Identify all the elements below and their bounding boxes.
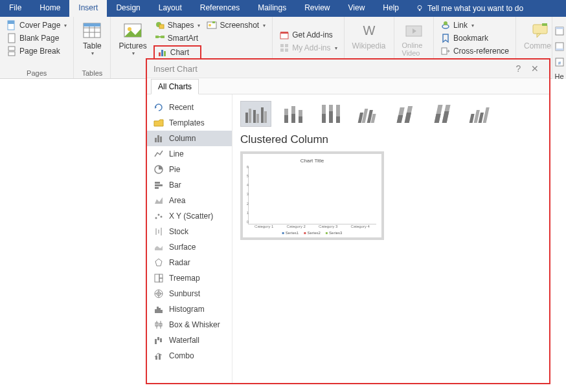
- svg-rect-55: [155, 184, 163, 186]
- cross-reference-button[interactable]: Cross-reference: [439, 45, 510, 57]
- footer-icon[interactable]: [554, 41, 565, 52]
- cat-scatter[interactable]: X Y (Scatter): [147, 208, 232, 224]
- wikipedia-button[interactable]: W Wikipedia: [350, 19, 389, 52]
- svg-rect-96: [299, 116, 302, 123]
- subtype-3d-column[interactable]: [466, 101, 497, 127]
- dialog-title: Insert Chart: [153, 64, 198, 74]
- smartart-icon: [155, 33, 165, 43]
- close-button[interactable]: ✕: [527, 62, 543, 75]
- svg-rect-102: [336, 116, 340, 123]
- svg-rect-108: [397, 115, 403, 123]
- cat-radar[interactable]: Radar: [147, 255, 232, 270]
- online-video-button[interactable]: Online Video: [400, 19, 428, 58]
- tab-mailings[interactable]: Mailings: [249, 0, 295, 17]
- cat-scatter-label: X Y (Scatter): [169, 212, 213, 221]
- svg-rect-86: [249, 109, 251, 123]
- cat-stock-label: Stock: [169, 227, 188, 236]
- smartart-button[interactable]: SmartArt: [153, 32, 202, 44]
- bars-container: [249, 166, 376, 224]
- chart-category-list: Recent Templates Column Line Pie Bar Are…: [147, 94, 232, 383]
- cat-sunburst[interactable]: Sunburst: [147, 286, 232, 301]
- cat-treemap[interactable]: Treemap: [147, 270, 232, 286]
- svg-point-14: [128, 27, 131, 31]
- svg-rect-39: [533, 25, 547, 34]
- svg-rect-67: [159, 278, 163, 282]
- svg-marker-49: [154, 120, 163, 126]
- my-addins-button[interactable]: My Add-ins▾: [278, 42, 338, 54]
- svg-rect-31: [285, 49, 288, 52]
- svg-rect-30: [280, 49, 284, 52]
- cat-templates-label: Templates: [169, 118, 205, 127]
- svg-marker-57: [155, 197, 163, 204]
- cover-page-button[interactable]: Cover Page▾: [5, 19, 68, 31]
- cat-templates[interactable]: Templates: [147, 115, 232, 131]
- group-pages-label: Pages: [5, 68, 68, 77]
- svg-rect-41: [542, 23, 547, 26]
- page-break-label: Page Break: [19, 47, 60, 56]
- cat-recent[interactable]: Recent: [147, 100, 232, 115]
- bookmark-label: Bookmark: [453, 34, 488, 43]
- templates-icon: [153, 118, 164, 128]
- table-button[interactable]: Table▾: [79, 19, 105, 58]
- svg-rect-28: [280, 44, 284, 47]
- tab-layout[interactable]: Layout: [150, 0, 191, 17]
- cat-bar[interactable]: Bar: [147, 177, 232, 193]
- tab-insert[interactable]: Insert: [69, 0, 107, 17]
- cat-stock[interactable]: Stock: [147, 224, 232, 239]
- cat-box-whisker[interactable]: Box & Whisker: [147, 317, 232, 332]
- chart-preview[interactable]: Chart Title 6543210 Category 1Category 2…: [240, 151, 384, 240]
- chart-icon: [157, 47, 168, 58]
- tab-view[interactable]: View: [339, 0, 374, 17]
- cat-waterfall[interactable]: Waterfall: [147, 332, 232, 348]
- tab-references[interactable]: References: [191, 0, 249, 17]
- cat-radar-label: Radar: [169, 258, 190, 267]
- subtype-clustered-column[interactable]: [240, 101, 271, 127]
- tab-help[interactable]: Help: [374, 0, 408, 17]
- bookmark-button[interactable]: Bookmark: [439, 32, 510, 44]
- subtype-3d-100-stacked-column[interactable]: [428, 101, 459, 127]
- cat-column[interactable]: Column: [147, 131, 232, 146]
- tab-review[interactable]: Review: [295, 0, 339, 17]
- chart-button[interactable]: Chart: [153, 45, 202, 60]
- svg-rect-38: [442, 48, 447, 54]
- subtype-100-stacked-column[interactable]: [315, 101, 346, 127]
- cat-pie[interactable]: Pie: [147, 162, 232, 177]
- my-addins-label: My Add-ins: [292, 43, 330, 52]
- help-button[interactable]: ?: [512, 62, 525, 75]
- surface-icon: [153, 242, 164, 252]
- subtype-stacked-column[interactable]: [278, 101, 309, 127]
- cat-surface-label: Surface: [169, 243, 196, 252]
- cat-histogram[interactable]: Histogram: [147, 301, 232, 317]
- page-number-icon[interactable]: #: [554, 57, 565, 67]
- page-break-button[interactable]: Page Break: [5, 45, 68, 57]
- subtype-3d-stacked-column[interactable]: [391, 101, 422, 127]
- svg-rect-25: [212, 21, 215, 23]
- screenshot-button[interactable]: Screenshot▾: [205, 19, 267, 31]
- get-addins-button[interactable]: Get Add-ins: [278, 29, 338, 41]
- header-icon[interactable]: [554, 26, 565, 36]
- tab-all-charts[interactable]: All Charts: [151, 79, 199, 94]
- subtype-3d-clustered-column[interactable]: [353, 101, 384, 127]
- svg-rect-21: [161, 50, 163, 56]
- svg-rect-3: [8, 21, 14, 24]
- tab-file[interactable]: File: [0, 0, 30, 17]
- tell-me-search[interactable]: Tell me what you want to do: [408, 0, 531, 17]
- cat-combo-label: Combo: [169, 351, 194, 360]
- tab-home[interactable]: Home: [30, 0, 69, 17]
- svg-rect-117: [479, 113, 484, 123]
- shapes-button[interactable]: Shapes▾: [153, 19, 202, 31]
- page-break-icon: [6, 46, 17, 56]
- cat-combo[interactable]: Combo: [147, 348, 232, 364]
- cat-surface[interactable]: Surface: [147, 239, 232, 255]
- cat-area[interactable]: Area: [147, 193, 232, 208]
- svg-rect-87: [253, 110, 256, 123]
- svg-rect-26: [280, 33, 288, 39]
- area-icon: [153, 195, 164, 206]
- cat-line[interactable]: Line: [147, 146, 232, 162]
- svg-rect-51: [157, 135, 159, 142]
- svg-rect-73: [157, 307, 159, 313]
- pictures-button[interactable]: Pictures▾: [116, 19, 149, 60]
- tab-design[interactable]: Design: [107, 0, 149, 17]
- link-button[interactable]: Link▾: [439, 19, 510, 31]
- blank-page-button[interactable]: Blank Page: [5, 32, 68, 44]
